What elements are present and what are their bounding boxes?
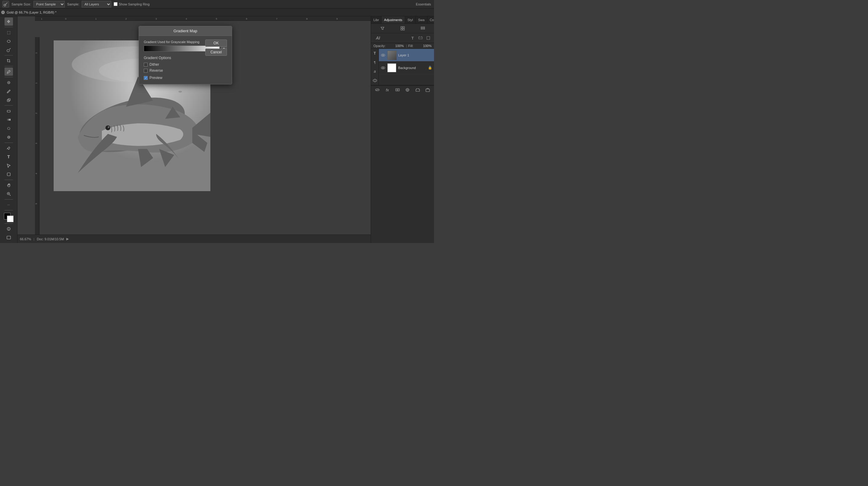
- screen-mode-btn[interactable]: [4, 234, 13, 242]
- horizontal-ruler: 1 0 1 2 3 4 5 6 7 8 9: [35, 16, 371, 21]
- dither-row: Dither: [144, 62, 227, 67]
- svg-text:4: 4: [186, 18, 187, 20]
- preview-checkbox[interactable]: ✓: [144, 76, 148, 80]
- background-thumbnail: [387, 63, 396, 72]
- toolbar-sep-6: [4, 143, 13, 143]
- status-sep: |: [33, 237, 34, 241]
- svg-text:1: 1: [35, 52, 38, 54]
- sample-select[interactable]: All Layers Current Layer: [82, 1, 111, 7]
- svg-point-10: [7, 136, 10, 139]
- adjustments-label-row: AI T: [371, 33, 434, 43]
- 3d-icon[interactable]: [372, 77, 378, 84]
- top-toolbar: Sample Size: Point Sample 3 by 3 Average…: [0, 0, 434, 8]
- svg-text:4: 4: [35, 173, 38, 174]
- text-adjust-icon[interactable]: T: [409, 35, 416, 41]
- workspace-label: Essentials: [416, 2, 431, 6]
- scale-adjust-icon[interactable]: [417, 35, 424, 41]
- tab-color[interactable]: Colc: [427, 16, 434, 24]
- layer-row-layer1[interactable]: Layer 1: [379, 49, 434, 61]
- tab-libraries[interactable]: Libr: [371, 16, 381, 24]
- type-layers-icon[interactable]: T: [372, 50, 378, 57]
- ok-button[interactable]: OK: [205, 39, 227, 47]
- svg-text:7: 7: [276, 18, 278, 20]
- link-layers-icon[interactable]: [374, 87, 380, 93]
- layer1-visibility-eye[interactable]: [381, 53, 385, 58]
- quick-mask-btn[interactable]: [4, 225, 13, 233]
- svg-rect-15: [7, 236, 10, 239]
- text-tool-btn[interactable]: T: [4, 153, 13, 161]
- quick-select-tool-btn[interactable]: [4, 46, 13, 54]
- path-select-btn[interactable]: [4, 161, 13, 170]
- background-lock-icon: 🔒: [428, 66, 432, 70]
- svg-text:1: 1: [41, 18, 42, 20]
- dialog-buttons: OK Cancel: [205, 39, 227, 56]
- dodge-tool-btn[interactable]: [4, 133, 13, 142]
- shape-tool-btn[interactable]: [4, 170, 13, 179]
- svg-rect-54: [396, 89, 399, 91]
- toolbar-sep-7: [4, 180, 13, 180]
- tab-bar: × Gold @ 66.7% (Layer 1, RGB/8) *: [0, 8, 434, 16]
- clone-stamp-btn[interactable]: [4, 96, 13, 104]
- dither-checkbox[interactable]: [144, 63, 148, 67]
- panel-grid-icon[interactable]: [399, 25, 406, 32]
- tab-styles[interactable]: Styl: [405, 16, 415, 24]
- hand-tool-btn[interactable]: [4, 181, 13, 189]
- tab-adjustments[interactable]: Adjustments: [381, 16, 405, 24]
- background-name: Background: [398, 66, 426, 70]
- toolbar-sep-2: [4, 55, 13, 56]
- create-group-icon[interactable]: [415, 87, 421, 93]
- panel-list-icon[interactable]: [420, 25, 426, 32]
- brush-tool-btn[interactable]: [4, 87, 13, 95]
- tool-preset-picker[interactable]: [2, 1, 9, 7]
- cancel-button[interactable]: Cancel: [205, 49, 227, 56]
- close-tab-button[interactable]: ×: [1, 10, 5, 14]
- dither-label: Dither: [150, 62, 159, 67]
- svg-text:6: 6: [246, 18, 247, 20]
- show-sampling-ring-checkbox[interactable]: [114, 2, 118, 6]
- opacity-value[interactable]: 100%: [396, 44, 404, 48]
- fill-value[interactable]: 100%: [423, 44, 432, 48]
- svg-point-40: [179, 91, 182, 93]
- delete-layer-icon[interactable]: [425, 87, 431, 93]
- add-fx-icon[interactable]: fx: [384, 87, 390, 93]
- svg-rect-48: [418, 37, 422, 39]
- move-tool-btn[interactable]: ✥: [4, 18, 13, 26]
- gradient-map-dialog[interactable]: Gradient Map Gradient Used for Grayscale…: [138, 26, 232, 84]
- paragraph-icon[interactable]: ¶: [372, 59, 378, 66]
- status-arrow[interactable]: ▶: [66, 237, 69, 241]
- opacity-label: Opacity:: [373, 44, 385, 48]
- sample-size-select[interactable]: Point Sample 3 by 3 Average 5 by 5 Avera…: [33, 1, 65, 7]
- pen-tool-btn[interactable]: [4, 144, 13, 152]
- layer1-name: Layer 1: [398, 53, 432, 57]
- zoom-tool-btn[interactable]: [4, 190, 13, 198]
- color-swatch-area[interactable]: [4, 213, 13, 222]
- svg-point-9: [7, 127, 10, 130]
- blur-tool-btn[interactable]: [4, 124, 13, 133]
- eraser-tool-btn[interactable]: [4, 107, 13, 115]
- healing-brush-btn[interactable]: [4, 79, 13, 87]
- toolbar-sep-8: [4, 199, 13, 200]
- panel-filter-icon[interactable]: [379, 25, 386, 32]
- layer-row-background[interactable]: Background 🔒: [379, 61, 434, 74]
- rotate-adjust-icon[interactable]: [425, 35, 432, 41]
- extra-tools-btn[interactable]: ···: [4, 201, 13, 209]
- tab-swatches[interactable]: Swa: [415, 16, 427, 24]
- svg-text:2: 2: [125, 18, 127, 20]
- add-mask-icon[interactable]: [395, 87, 401, 93]
- crop-tool-btn[interactable]: [4, 57, 13, 65]
- background-visibility-eye[interactable]: [381, 65, 385, 70]
- fx-icon[interactable]: a: [372, 68, 378, 75]
- dialog-title-bar: Gradient Map: [139, 26, 232, 36]
- panel-bottom-icons: fx: [371, 85, 434, 94]
- lasso-tool-btn[interactable]: [4, 37, 13, 45]
- svg-text:8: 8: [306, 18, 308, 20]
- background-color[interactable]: [7, 216, 13, 222]
- gradient-tool-btn[interactable]: [4, 116, 13, 124]
- eyedropper-tool-btn[interactable]: [4, 67, 13, 76]
- svg-text:5: 5: [216, 18, 217, 20]
- rectangle-select-tool-btn[interactable]: ⬚: [4, 28, 13, 36]
- reverse-checkbox[interactable]: [144, 69, 148, 73]
- svg-rect-12: [7, 173, 10, 176]
- add-adjustment-icon[interactable]: [404, 87, 410, 93]
- svg-text:5: 5: [35, 203, 38, 204]
